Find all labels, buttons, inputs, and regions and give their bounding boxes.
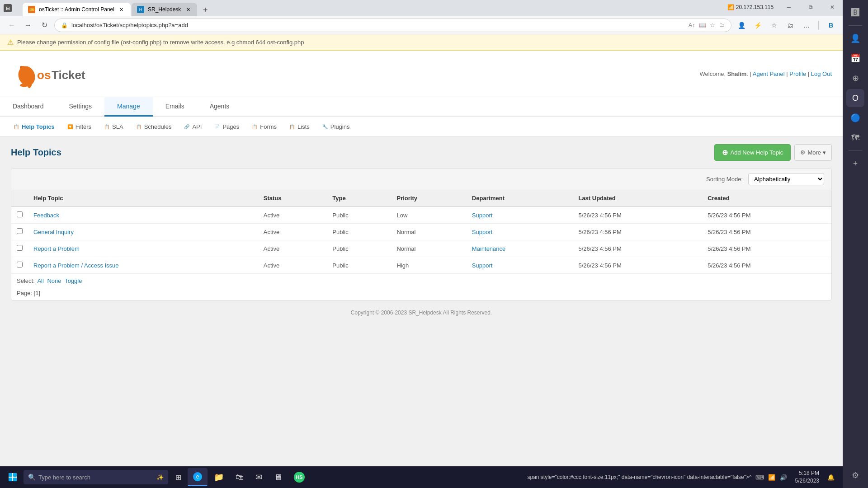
address-bar[interactable]: 🔒 localhost/osTicket/scp/helptopics.php?… [54, 19, 731, 32]
start-button[interactable] [4, 468, 22, 486]
subnav-lists[interactable]: 📋 Lists [283, 120, 315, 133]
toolbar-divider [818, 21, 819, 30]
subnav-help-topics[interactable]: 📋 Help Topics [7, 120, 60, 133]
close-button[interactable]: ✕ [822, 0, 843, 14]
network-tray-icon[interactable]: 📶 [767, 473, 776, 482]
volume-icon[interactable]: 🔊 [779, 473, 788, 482]
page-container: Help Topics ⊕ Add New Help Topic ⚙ More … [0, 137, 843, 363]
nav-agents[interactable]: Agents [197, 97, 242, 117]
row2-checkbox[interactable] [17, 228, 23, 234]
tab-osticket[interactable]: 🎫 osTicket :: Admin Control Panel ✕ [23, 3, 131, 16]
subnav-api[interactable]: 🔗 API [178, 120, 207, 133]
row3-type: Public [327, 240, 391, 257]
add-new-help-topic-button[interactable]: ⊕ Add New Help Topic [714, 144, 791, 161]
row3-last-updated: 5/26/23 4:56 PM [573, 240, 702, 257]
profile-button[interactable]: 👤 [735, 19, 748, 32]
hs-taskbar-item[interactable]: HS [288, 468, 310, 486]
subnav-forms[interactable]: 📋 Forms [245, 120, 282, 133]
row3-dept-link[interactable]: Maintenance [472, 245, 505, 252]
edge-taskbar-item[interactable]: e [188, 468, 208, 486]
settings-icon[interactable]: ⚙ [846, 466, 864, 484]
browser-toolbar: ← → ↻ 🔒 localhost/osTicket/scp/helptopic… [0, 16, 843, 34]
main-navigation: Dashboard Settings Manage Emails Agents [0, 97, 843, 117]
row4-status: Active [258, 257, 327, 274]
file-explorer-taskbar-item[interactable]: 📁 [208, 468, 229, 486]
outlook-icon[interactable]: O [846, 89, 864, 107]
col-status: Status [258, 190, 327, 206]
taskbar-clock[interactable]: 5:18 PM 5/26/2023 [792, 469, 823, 485]
row4-dept-link[interactable]: Support [472, 262, 493, 269]
select-all-link[interactable]: All [37, 277, 43, 284]
calendar-icon[interactable]: 📅 [846, 49, 864, 67]
forward-button[interactable]: → [22, 19, 34, 32]
add-icon[interactable]: + [846, 155, 864, 173]
mail-taskbar-item[interactable]: ✉ [250, 468, 268, 486]
blue-dot-icon[interactable]: 🔵 [846, 109, 864, 127]
row1-dept-link[interactable]: Support [472, 212, 493, 219]
divider [849, 25, 862, 26]
nav-dashboard[interactable]: Dashboard [0, 97, 57, 117]
nav-emails[interactable]: Emails [153, 97, 197, 117]
subnav-forms-label: Forms [260, 123, 277, 130]
row1-checkbox[interactable] [17, 211, 23, 217]
collections-button[interactable]: 🗂 [784, 19, 797, 32]
agent-panel-link[interactable]: Agent Panel [753, 70, 785, 77]
notification-icon[interactable]: 🔔 [826, 473, 835, 482]
subnav-filters[interactable]: 🔽 Filters [61, 120, 97, 133]
row2-topic-link[interactable]: General Inquiry [33, 229, 74, 235]
add-button-label: Add New Help Topic [731, 149, 783, 156]
mail-icon: ✉ [255, 472, 262, 482]
select-none-link[interactable]: None [47, 277, 61, 284]
extensions-button[interactable]: ⚡ [751, 19, 764, 32]
back-button[interactable]: ← [5, 19, 18, 32]
api-icon: 🔗 [183, 123, 190, 130]
restore-button[interactable]: ⧉ [800, 0, 821, 14]
logout-link[interactable]: Log Out [811, 70, 832, 77]
plus-icon: ⊕ [722, 148, 728, 157]
row4-topic-link[interactable]: Report a Problem / Access Issue [33, 262, 119, 269]
tab-favicon: 🎫 [28, 6, 35, 13]
circle-plus-icon[interactable]: ⊕ [846, 69, 864, 87]
task-view-button[interactable]: ⊞ [170, 468, 187, 486]
tray-icons: ⌨ 📶 🔊 [755, 473, 788, 482]
subnav-pages-label: Pages [222, 123, 239, 130]
select-toggle-link[interactable]: Toggle [65, 277, 82, 284]
tray-chevron[interactable]: span style="color:#ccc;font-size:11px;" … [527, 474, 751, 480]
store-taskbar-item[interactable]: 🛍 [230, 468, 249, 486]
row2-department: Support [467, 224, 573, 240]
row3-topic-link[interactable]: Report a Problem [33, 245, 80, 252]
tab2-close[interactable]: ✕ [184, 6, 192, 13]
windows-icon [9, 473, 17, 481]
subnav-pages[interactable]: 📄 Pages [208, 120, 245, 133]
map-icon[interactable]: 🗺 [846, 129, 864, 147]
more-button[interactable]: ⚙ More ▾ [794, 144, 832, 161]
row2-topic: General Inquiry [28, 224, 258, 240]
row4-checkbox[interactable] [17, 262, 23, 267]
row1-topic-link[interactable]: Feedback [33, 212, 59, 219]
user-icon[interactable]: 👤 [846, 29, 864, 47]
subnav-sla[interactable]: 📋 SLA [98, 120, 129, 133]
taskbar-search[interactable]: 🔍 Type here to search ✨ [24, 470, 168, 484]
tab-sr-helpdesk[interactable]: H SR_Helpdesk ✕ [132, 3, 197, 16]
nav-settings[interactable]: Settings [57, 97, 105, 117]
nav-manage[interactable]: Manage [104, 97, 153, 117]
browser-menu-button[interactable]: … [800, 19, 813, 32]
remote-taskbar-item[interactable]: 🖥 [269, 468, 288, 486]
new-tab-button[interactable]: + [199, 4, 212, 16]
favorites-button[interactable]: ☆ [768, 19, 780, 32]
site-header: os Ticket Welcome, Shalim. | Agent Panel… [0, 51, 843, 97]
subnav-plugins[interactable]: 🔧 Plugins [316, 120, 355, 133]
minimize-button[interactable]: ─ [778, 0, 799, 14]
keyboard-icon[interactable]: ⌨ [755, 473, 764, 482]
row2-dept-link[interactable]: Support [472, 229, 493, 235]
subnav-filters-label: Filters [75, 123, 91, 130]
row3-priority: Normal [391, 240, 466, 257]
bing-chat-button[interactable]: B [825, 19, 837, 32]
tab-close[interactable]: ✕ [118, 6, 125, 13]
profile-link[interactable]: Profile [789, 70, 806, 77]
row3-checkbox[interactable] [17, 245, 23, 251]
refresh-button[interactable]: ↻ [38, 19, 51, 32]
bing-icon[interactable]: 🅱 [846, 4, 864, 22]
subnav-schedules[interactable]: 📋 Schedules [130, 120, 177, 133]
sorting-select[interactable]: Alphabetically Custom (Drag & Drop) [748, 173, 824, 185]
